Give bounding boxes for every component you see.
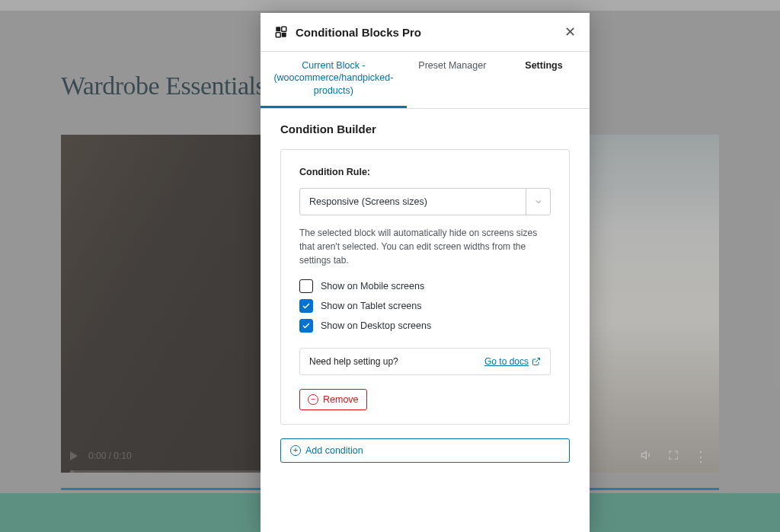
check-row-mobile: Show on Mobile screens <box>299 276 551 296</box>
modal-title: Conditional Blocks Pro <box>296 26 421 39</box>
minus-circle-icon: − <box>308 394 318 405</box>
svg-rect-4 <box>282 33 286 37</box>
app-icon <box>274 25 288 39</box>
checkbox-desktop-label: Show on Desktop screens <box>321 320 431 331</box>
svg-rect-3 <box>276 33 280 37</box>
tab-current-block[interactable]: Current Block - (woocommerce/handpicked-… <box>261 52 407 108</box>
rule-label: Condition Rule: <box>299 167 551 177</box>
check-row-tablet: Show on Tablet screens <box>299 296 551 316</box>
rule-select-value: Responsive (Screens sizes) <box>309 196 427 207</box>
add-condition-button[interactable]: + Add condition <box>280 438 570 463</box>
condition-card: Condition Rule: Responsive (Screens size… <box>280 149 570 425</box>
checkbox-desktop[interactable] <box>299 319 313 333</box>
remove-button[interactable]: − Remove <box>299 389 367 410</box>
add-button-label: Add condition <box>305 445 363 456</box>
svg-rect-1 <box>276 27 280 31</box>
tab-preset-manager[interactable]: Preset Manager <box>407 52 498 108</box>
help-text: Need help setting up? <box>309 356 398 367</box>
plus-circle-icon: + <box>290 445 301 456</box>
checkbox-mobile-label: Show on Mobile screens <box>321 281 424 291</box>
rule-select[interactable]: Responsive (Screens sizes) <box>299 188 551 215</box>
checkbox-mobile[interactable] <box>299 279 313 293</box>
checkbox-tablet-label: Show on Tablet screens <box>321 301 422 311</box>
chevron-down-icon <box>526 189 550 215</box>
svg-line-5 <box>535 358 540 362</box>
modal-tabs: Current Block - (woocommerce/handpicked-… <box>261 52 590 109</box>
checkbox-tablet[interactable] <box>299 299 313 313</box>
svg-rect-2 <box>282 27 286 31</box>
close-icon[interactable]: ✕ <box>564 25 576 39</box>
help-box: Need help setting up? Go to docs <box>299 348 551 375</box>
builder-title: Condition Builder <box>261 109 590 143</box>
check-row-desktop: Show on Desktop screens <box>299 316 551 336</box>
conditional-blocks-modal: Conditional Blocks Pro ✕ Current Block -… <box>261 13 590 532</box>
responsive-checks: Show on Mobile screens Show on Tablet sc… <box>299 276 551 336</box>
docs-link[interactable]: Go to docs <box>484 356 541 367</box>
tab-settings[interactable]: Settings <box>498 52 590 108</box>
remove-button-label: Remove <box>323 394 359 405</box>
external-link-icon <box>532 357 541 366</box>
docs-link-label: Go to docs <box>484 356 529 367</box>
modal-header: Conditional Blocks Pro ✕ <box>261 13 590 52</box>
rule-description: The selected block will automatically hi… <box>299 226 551 267</box>
